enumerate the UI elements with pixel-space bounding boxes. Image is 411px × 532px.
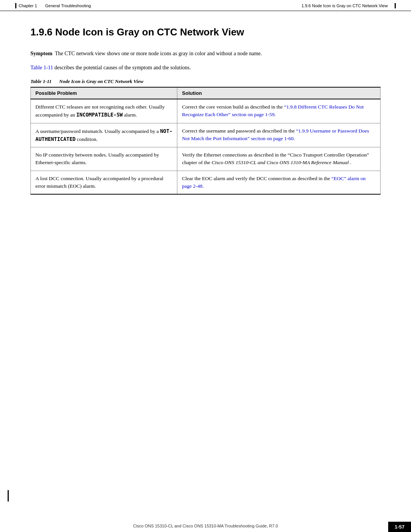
- col-header-problem: Possible Problem: [31, 87, 177, 99]
- footer-text: Cisco ONS 15310-CL and Cisco ONS 15310-M…: [133, 524, 278, 528]
- problem-cell-4: A lost DCC connection. Usually accompani…: [31, 171, 177, 194]
- header-bar: Chapter 1 General Troubleshooting 1.9.6 …: [0, 0, 411, 11]
- table-row: A lost DCC connection. Usually accompani…: [31, 171, 381, 194]
- table-ref-link[interactable]: Table 1-11: [30, 65, 53, 70]
- table-ref-text: describes the potential causes of the sy…: [54, 65, 191, 70]
- table-row: No IP connectivity between nodes. Usuall…: [31, 147, 381, 171]
- solution-text-2: Correct the username and password as des…: [182, 128, 296, 134]
- table-label-title: Node Icon is Gray on CTC Network View: [59, 78, 143, 85]
- symptom-paragraph: Symptom The CTC network view shows one o…: [30, 50, 381, 58]
- header-left-bar: [15, 3, 16, 8]
- solution-cell-3: Verify the Ethernet connections as descr…: [177, 147, 381, 171]
- page-container: Chapter 1 General Troubleshooting 1.9.6 …: [0, 0, 411, 532]
- solution-text-1: Correct the core version build as descri…: [182, 104, 284, 110]
- problem-text-2: A username/password mismatch. Usually ac…: [35, 128, 160, 134]
- problem-text-2b: condition.: [77, 136, 97, 142]
- symptom-text: The CTC network view shows one or more n…: [55, 51, 262, 56]
- header-right-bar: [395, 3, 396, 8]
- table-label-number: Table 1-11: [30, 78, 52, 85]
- solution-italic-3: Cisco ONS 15310-CL and Cisco ONS 1310-MA…: [212, 160, 349, 165]
- problem-cell-1: Different CTC releases are not recognizi…: [31, 99, 177, 123]
- page-title: 1.9.6 Node Icon is Gray on CTC Network V…: [30, 26, 381, 38]
- problem-text-3: No IP connectivity between nodes. Usuall…: [35, 152, 159, 165]
- header-chapter-title: General Troubleshooting: [45, 3, 91, 8]
- left-side-marker: [8, 490, 9, 502]
- problem-cell-2: A username/password mismatch. Usually ac…: [31, 123, 177, 147]
- problem-bold-1: INCOMPATIBLE-SW: [76, 112, 123, 118]
- table-ref-paragraph: Table 1-11 describes the potential cause…: [30, 64, 381, 72]
- problem-text-4: A lost DCC connection. Usually accompani…: [35, 176, 163, 189]
- solution-text-4: Clear the EOC alarm and verify the DCC c…: [182, 176, 331, 181]
- header-left: Chapter 1 General Troubleshooting: [15, 3, 91, 8]
- solution-cell-1: Correct the core version build as descri…: [177, 99, 381, 123]
- page-number: 1-57: [388, 522, 411, 532]
- header-chapter-label: Chapter 1: [19, 3, 37, 8]
- table-label-row: Table 1-11 Node Icon is Gray on CTC Netw…: [30, 78, 381, 85]
- problem-cell-3: No IP connectivity between nodes. Usuall…: [31, 147, 177, 171]
- table-row: A username/password mismatch. Usually ac…: [31, 123, 381, 147]
- solution-text-3b: .: [350, 160, 351, 165]
- content-area: 1.9.6 Node Icon is Gray on CTC Network V…: [0, 11, 411, 532]
- footer: Cisco ONS 15310-CL and Cisco ONS 15310-M…: [0, 520, 411, 532]
- solution-cell-4: Clear the EOC alarm and verify the DCC c…: [177, 171, 381, 194]
- main-table: Possible Problem Solution Different CTC …: [30, 87, 381, 195]
- header-section-title: 1.9.6 Node Icon is Gray on CTC Network V…: [301, 3, 388, 8]
- solution-cell-2: Correct the username and password as des…: [177, 123, 381, 147]
- table-row: Different CTC releases are not recognizi…: [31, 99, 381, 123]
- header-right: 1.9.6 Node Icon is Gray on CTC Network V…: [301, 3, 396, 8]
- col-header-solution: Solution: [177, 87, 381, 99]
- symptom-label: Symptom: [30, 51, 53, 56]
- problem-text-1b: alarm.: [124, 112, 137, 118]
